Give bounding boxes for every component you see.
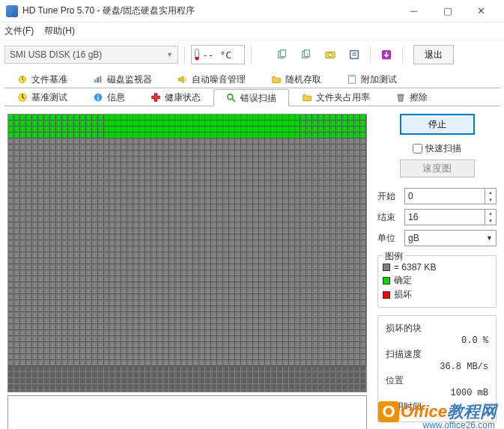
copy-info-button[interactable]: i (297, 45, 316, 64)
thermometer-icon (195, 49, 199, 61)
unit-select[interactable]: gB▼ (404, 230, 497, 246)
legend-box: 图例 = 6387 KB 确定 损坏 (377, 255, 497, 308)
svg-rect-16 (350, 75, 353, 77)
svg-text:i: i (307, 51, 308, 56)
device-select[interactable]: SMI USB DISK (16 gB) ▼ (4, 46, 178, 64)
legend-swatch-blocksize (383, 264, 390, 271)
tab-health[interactable]: 健康状态 (138, 88, 213, 106)
status-box (7, 395, 367, 429)
svg-rect-1 (280, 50, 285, 57)
svg-rect-8 (352, 52, 356, 53)
tab-benchmark[interactable]: 基准测试 (4, 88, 80, 106)
svg-rect-9 (352, 55, 356, 55)
random-access-icon (271, 74, 282, 85)
tab-extra-tests[interactable]: 附加测试 (334, 70, 410, 88)
tab-folder-usage[interactable]: 文件夹占用率 (289, 88, 383, 106)
tab-file-bench[interactable]: 文件基准 (4, 70, 80, 88)
options-button[interactable] (344, 45, 364, 64)
menu-help[interactable]: 帮助(H) (44, 25, 75, 37)
quick-scan-label: 快速扫描 (425, 142, 461, 155)
save-button[interactable] (377, 45, 396, 64)
copy-text-button[interactable] (273, 45, 292, 64)
file-bench-icon (17, 74, 28, 85)
svg-rect-12 (94, 79, 97, 82)
aam-icon (177, 74, 188, 85)
tab-error-scan[interactable]: 错误扫描 (213, 89, 289, 106)
watermark: OOffice教程网 www.office26.com (378, 401, 497, 423)
svg-point-20 (228, 94, 233, 100)
svg-rect-21 (398, 94, 404, 96)
speed-map-button[interactable]: 速度图 (400, 159, 475, 177)
tab-random-access[interactable]: 随机存取 (258, 70, 334, 88)
app-icon (6, 5, 18, 17)
folder-usage-icon (302, 92, 312, 103)
start-input[interactable]: 0 (404, 188, 485, 204)
tab-erase[interactable]: 擦除 (383, 88, 440, 106)
error-scan-icon (226, 93, 237, 103)
scan-grid (7, 114, 367, 392)
legend-swatch-damaged (383, 291, 390, 299)
extra-tests-icon (347, 74, 357, 85)
info-icon: i (93, 92, 103, 103)
end-label: 结束 (377, 211, 404, 224)
screenshot-button[interactable] (321, 45, 340, 64)
svg-text:i: i (97, 94, 99, 102)
end-spinner[interactable]: ▲▼ (485, 209, 497, 225)
minimize-button[interactable]: ─ (397, 1, 431, 22)
window-title: HD Tune Pro 5.70 - 硬盘/固态硬盘实用程序 (22, 4, 195, 17)
svg-rect-14 (100, 76, 102, 83)
side-panel: 停止 快速扫描 速度图 开始 0 ▲▼ 结束 16 ▲▼ 单位 gB▼ 图例 =… (377, 114, 497, 429)
content-area: 停止 快速扫描 速度图 开始 0 ▲▼ 结束 16 ▲▼ 单位 gB▼ 图例 =… (0, 106, 504, 429)
toolbar: SMI USB DISK (16 gB) ▼ -- °C i 退出 (0, 40, 504, 69)
svg-point-6 (328, 53, 332, 57)
start-spinner[interactable]: ▲▼ (485, 188, 497, 204)
device-name: SMI USB DISK (16 gB) (10, 49, 102, 60)
quick-scan-checkbox[interactable] (413, 144, 422, 153)
titlebar: HD Tune Pro 5.70 - 硬盘/固态硬盘实用程序 ─ ▢ ✕ (0, 0, 504, 22)
tab-aam[interactable]: 自动噪音管理 (165, 70, 258, 88)
legend-swatch-ok (383, 277, 390, 285)
benchmark-icon (17, 92, 28, 103)
close-button[interactable]: ✕ (464, 1, 498, 22)
disk-monitor-icon (93, 74, 103, 85)
menubar: 文件(F) 帮助(H) (0, 22, 504, 40)
exit-button[interactable]: 退出 (413, 45, 454, 64)
tab-info[interactable]: i信息 (80, 88, 138, 106)
chevron-down-icon: ▼ (166, 51, 173, 58)
unit-label: 单位 (377, 232, 404, 245)
end-input[interactable]: 16 (404, 209, 485, 225)
maximize-button[interactable]: ▢ (431, 1, 464, 22)
menu-file[interactable]: 文件(F) (4, 25, 34, 37)
temperature-display: -- °C (191, 45, 245, 64)
stop-button[interactable]: 停止 (400, 114, 475, 135)
health-icon (151, 92, 161, 103)
start-label: 开始 (377, 190, 404, 203)
svg-rect-13 (97, 77, 99, 82)
erase-icon (395, 92, 406, 103)
tab-container: 文件基准磁盘监视器自动噪音管理随机存取附加测试 基准测试i信息健康状态错误扫描文… (4, 70, 500, 106)
tab-disk-monitor[interactable]: 磁盘监视器 (80, 70, 165, 88)
